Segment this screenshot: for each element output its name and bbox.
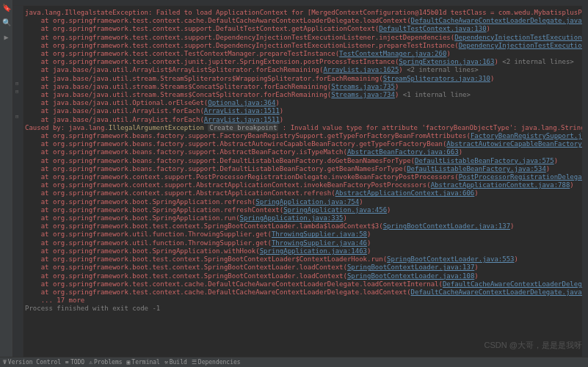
console-output: java.lang.IllegalstateException: Failed … bbox=[23, 6, 582, 357]
status-label: TODO bbox=[70, 359, 84, 366]
editor-gutter: ⊟ ⊟ ⊟ bbox=[13, 6, 23, 357]
console-line: at org.springframework.context.support.A… bbox=[25, 189, 582, 197]
stack-frame: at org.springframework.boot.SpringApplic… bbox=[25, 214, 240, 222]
stack-frame: at org.springframework.test.context.supp… bbox=[25, 42, 459, 49]
console-line: at java.base/java.util.stream.Streams$Co… bbox=[25, 83, 582, 91]
run-icon[interactable]: ▶ bbox=[0, 29, 12, 44]
fold-marker-icon[interactable]: ⊟ bbox=[15, 114, 18, 120]
console-line: at java.base/java.util.ArrayList$ArrayLi… bbox=[25, 66, 582, 74]
stack-frame: at org.springframework.test.context.cach… bbox=[25, 288, 411, 296]
source-link[interactable]: SpringBootContextLoader.java:553 bbox=[387, 255, 514, 263]
console-line: at java.base/java.util.stream.Streams$Co… bbox=[25, 91, 582, 99]
source-link[interactable]: SpringExtension.java:163 bbox=[399, 58, 494, 65]
right-gutter bbox=[582, 0, 588, 357]
source-link[interactable]: DefaultTestContext.java:130 bbox=[379, 25, 486, 32]
console-line: at org.springframework.boot.test.context… bbox=[25, 222, 582, 230]
source-link[interactable]: AbstractApplicationContext.java:788 bbox=[431, 181, 570, 189]
source-link[interactable]: DefaultListableBeanFactory.java:534 bbox=[407, 165, 546, 172]
stack-frame: at org.springframework.test.context.juni… bbox=[25, 58, 399, 65]
console-line: ... 17 more bbox=[25, 297, 582, 305]
left-toolbar: 🔖 🔍 ▶ bbox=[0, 0, 13, 357]
source-link[interactable]: DefaultListableBeanFactory.java:575 bbox=[415, 157, 554, 164]
collapsed-frames[interactable]: <2 internal lines> bbox=[498, 58, 574, 65]
search-icon[interactable]: 🔍 bbox=[0, 15, 12, 29]
source-link[interactable]: AbstractApplicationContext.java:606 bbox=[335, 189, 475, 197]
status-label: Terminal bbox=[131, 359, 160, 366]
source-link[interactable]: AbstractBeanFactory.java:663 bbox=[347, 148, 459, 156]
console-line: at org.springframework.boot.SpringApplic… bbox=[25, 247, 582, 255]
build-icon: ⚒ bbox=[164, 359, 168, 366]
stack-frame: at org.springframework.boot.test.context… bbox=[25, 272, 347, 280]
source-link[interactable]: ArrayList.java:1625 bbox=[323, 66, 399, 73]
console-line: java.lang.IllegalstateException: Failed … bbox=[25, 9, 582, 17]
console-line: at org.springframework.test.context.cach… bbox=[25, 17, 582, 25]
stack-frame: at org.springframework.util.function.Thr… bbox=[25, 230, 272, 238]
source-link[interactable]: SpringBootContextLoader.java:137 bbox=[383, 222, 510, 230]
source-link[interactable]: Optional.java:364 bbox=[208, 99, 275, 106]
status-label: Version Control bbox=[8, 359, 61, 366]
source-link[interactable]: PostProcessorRegistrationDelegate.java:1… bbox=[459, 173, 582, 181]
stack-frame: at org.springframework.context.support.A… bbox=[25, 189, 335, 197]
bookmark-icon[interactable]: 🔖 bbox=[0, 0, 12, 15]
stack-frame: at org.springframework.boot.SpringApplic… bbox=[25, 247, 260, 255]
stack-frame: at org.springframework.boot.test.context… bbox=[25, 264, 347, 271]
source-link[interactable]: Streams.java:735 bbox=[331, 83, 395, 90]
fold-marker-icon[interactable]: ⊟ bbox=[15, 89, 18, 95]
status-dependencies[interactable]: ☰ Dependencies bbox=[192, 359, 241, 366]
collapsed-frames[interactable]: <2 internal lines> bbox=[403, 66, 479, 73]
source-link[interactable]: DependencyInjectionTestExecutionListener… bbox=[454, 34, 582, 41]
console-line: at org.springframework.test.context.cach… bbox=[25, 288, 582, 297]
console-panel: ⊟ ⊟ ⊟ java.lang.IllegalstateException: F… bbox=[13, 6, 582, 357]
todo-icon: ≡ bbox=[65, 359, 69, 366]
source-link[interactable]: SpringApplication.java:1463 bbox=[260, 247, 367, 255]
source-link[interactable]: ArrayList.java:1511 bbox=[204, 116, 280, 123]
console-line: at org.springframework.test.context.Test… bbox=[25, 50, 582, 58]
source-link[interactable]: SpringApplication.java:754 bbox=[255, 198, 359, 206]
source-link[interactable]: SpringApplication.java:456 bbox=[283, 206, 387, 214]
terminal-icon: ▣ bbox=[127, 359, 131, 366]
source-link[interactable]: FactoryBeanRegistrySupport.java:86 bbox=[471, 132, 582, 139]
stack-frame: at org.springframework.beans.factory.sup… bbox=[25, 132, 471, 139]
source-link[interactable]: SpringBootContextLoader.java:108 bbox=[347, 272, 474, 280]
stack-frame: at java.base/java.util.Optional.orElseGe… bbox=[25, 99, 208, 106]
source-link[interactable]: DefaultCacheAwareContextLoaderDelegate.j… bbox=[411, 17, 582, 24]
source-link[interactable]: Streams.java:734 bbox=[331, 91, 395, 98]
source-link[interactable]: SpringApplication.java:335 bbox=[240, 214, 344, 222]
stack-frame: at org.springframework.boot.SpringApplic… bbox=[25, 198, 255, 206]
status-todo[interactable]: ≡ TODO bbox=[65, 359, 84, 366]
console-line: at org.springframework.test.context.supp… bbox=[25, 25, 582, 33]
source-link[interactable]: DefaultCacheAwareContextLoaderDelegate.j… bbox=[411, 288, 582, 296]
source-link[interactable]: AbstractAutowireCapableBeanFactory.java:… bbox=[446, 140, 582, 148]
stack-frame: at java.base/java.util.ArrayList.forEach… bbox=[25, 107, 204, 115]
collapsed-frames[interactable]: <1 internal line> bbox=[399, 91, 471, 98]
source-link[interactable]: SpringBootContextLoader.java:137 bbox=[347, 264, 474, 271]
stack-frame: at org.springframework.beans.factory.sup… bbox=[25, 148, 347, 156]
console-line: at org.springframework.test.context.cach… bbox=[25, 280, 582, 288]
source-link[interactable]: DefaultCacheAwareContextLoaderDelegate.j… bbox=[443, 280, 582, 288]
console-line: at org.springframework.boot.test.context… bbox=[25, 272, 582, 280]
stack-frame: at java.base/java.util.ArrayList.forEach… bbox=[25, 116, 204, 123]
console-line: at java.base/java.util.stream.StreamSpli… bbox=[25, 75, 582, 83]
console-line: at org.springframework.boot.SpringApplic… bbox=[25, 206, 582, 214]
status-terminal[interactable]: ▣ Terminal bbox=[127, 359, 160, 366]
console-line: at org.springframework.beans.factory.sup… bbox=[25, 148, 582, 156]
source-link[interactable]: ThrowingSupplier.java:58 bbox=[272, 230, 367, 238]
status-build[interactable]: ⚒ Build bbox=[164, 359, 187, 366]
stack-frame: at java.base/java.util.stream.Streams$Co… bbox=[25, 83, 331, 90]
source-link[interactable]: ThrowingSupplier.java:46 bbox=[272, 239, 367, 247]
fold-marker-icon[interactable]: ⊟ bbox=[15, 81, 18, 87]
stack-frame: at org.springframework.test.context.cach… bbox=[25, 17, 411, 24]
stack-frame: at java.base/java.util.ArrayList$ArrayLi… bbox=[25, 66, 323, 73]
console-line: at org.springframework.boot.test.context… bbox=[25, 264, 582, 272]
stack-frame: at org.springframework.boot.test.context… bbox=[25, 222, 383, 230]
source-link[interactable]: DependencyInjectionTestExecutionListener… bbox=[459, 42, 582, 49]
caused-by-exception[interactable]: IllegalArgumentException bbox=[109, 124, 204, 131]
create-breakpoint-hint[interactable]: Create breakpoint bbox=[208, 124, 278, 131]
status-version-control[interactable]: Ψ Version Control bbox=[3, 359, 61, 366]
stack-frame: at org.springframework.context.support.A… bbox=[25, 181, 431, 189]
status-problems[interactable]: ⚠ Problems bbox=[89, 359, 122, 366]
console-line: at org.springframework.util.function.Thr… bbox=[25, 239, 582, 247]
source-link[interactable]: ArrayList.java:1511 bbox=[204, 107, 280, 115]
source-link[interactable]: TestContextManager.java:260 bbox=[339, 50, 446, 57]
source-link[interactable]: StreamSpliterators.java:310 bbox=[383, 75, 490, 82]
